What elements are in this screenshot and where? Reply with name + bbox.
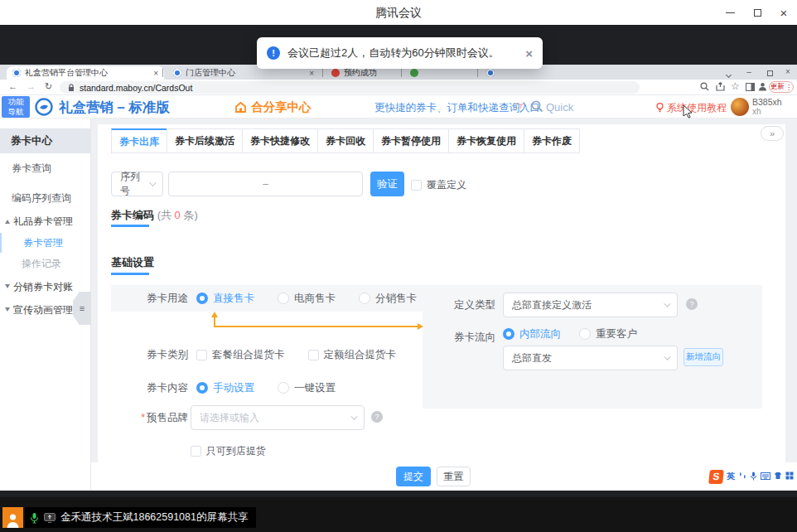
option-label: 重要客户 xyxy=(596,327,637,341)
tab-search-dropdown[interactable] xyxy=(722,70,734,79)
main-area: 券卡中心 券卡查询 编码序列查询 礼品券卡管理 券卡管理 操作记录 分销券卡对账… xyxy=(0,118,797,491)
quick-label[interactable]: Quick xyxy=(546,101,573,114)
category-row: 券卡类别 套餐组合提货卡 定额组合提货卡 xyxy=(111,346,419,363)
brand-select[interactable]: 请选择或输入 xyxy=(191,405,365,430)
browser-minimize-button[interactable]: – xyxy=(743,67,755,76)
flow-label: 券卡流向 xyxy=(423,331,495,345)
ime-keyboard-icon[interactable] xyxy=(761,472,770,481)
kebab-menu-icon: ⋮ xyxy=(785,83,793,91)
minimize-button[interactable] xyxy=(719,5,741,20)
sidebar-collapse-handle[interactable]: ≡ xyxy=(73,292,91,325)
tab-separator xyxy=(401,69,402,77)
tab-title: 门店管理中心 xyxy=(186,67,303,79)
sogou-ime-icon[interactable]: S xyxy=(708,470,724,484)
ime-toolbar: S 英 xyxy=(709,468,797,485)
store-only-label: 只可到店提货 xyxy=(206,444,266,458)
share-status-pill: 金禾通技术王斌18662591081的屏幕共享 xyxy=(25,507,256,528)
tab-card-outbound[interactable]: 券卡出库 xyxy=(111,128,167,153)
help-icon[interactable]: ? xyxy=(686,298,698,310)
user-name: B385xh xh xyxy=(752,98,782,116)
radio-direct-sale[interactable]: 直接售卡 xyxy=(196,292,254,306)
browser-tab-gift-admin[interactable]: 礼盒营销平台管理中心 × xyxy=(7,66,164,80)
store-only-checkbox[interactable]: 只可到店提货 xyxy=(191,444,266,458)
radio-icon xyxy=(278,382,289,394)
side-panel-icon[interactable] xyxy=(746,83,755,93)
sidebar-group-gift-card-mgmt[interactable]: 礼品券卡管理 xyxy=(0,211,91,231)
ime-mic-icon[interactable] xyxy=(750,472,757,482)
radio-distribution-sale[interactable]: 分销售卡 xyxy=(359,292,417,306)
radio-internal-flow[interactable]: 内部流向 xyxy=(503,327,561,341)
checkbox-combo-pickup-card[interactable]: 套餐组合提货卡 xyxy=(196,348,285,362)
radio-one-click-setup[interactable]: 一键设置 xyxy=(278,381,336,395)
zoom-icon[interactable] xyxy=(700,82,709,93)
define-type-select[interactable]: 总部直接定义激活 xyxy=(503,293,678,317)
brand-label: *预售品牌 xyxy=(111,411,188,425)
user-avatar[interactable] xyxy=(731,98,749,116)
overwrite-checkbox[interactable]: 覆盖定义 xyxy=(411,178,466,192)
maximize-icon xyxy=(767,70,773,76)
ime-language-mode[interactable]: 英 xyxy=(727,471,735,482)
forward-icon[interactable]: → xyxy=(27,81,36,91)
sidebar-title: 券卡中心 xyxy=(0,128,91,153)
back-icon[interactable]: ← xyxy=(8,81,17,91)
share-center-link[interactable]: 合分享中心 xyxy=(234,99,312,115)
chevron-down-icon xyxy=(664,300,670,307)
sidebar-item-operation-log[interactable]: 操作记录 xyxy=(0,254,91,273)
basic-underline xyxy=(111,273,149,275)
reset-button[interactable]: 重置 xyxy=(437,467,471,486)
flow-select[interactable]: 总部直发 xyxy=(503,346,678,370)
tab-card-suspend[interactable]: 券卡暂停使用 xyxy=(373,128,449,153)
radio-manual-setup[interactable]: 手动设置 xyxy=(196,381,254,395)
quick-search-icon[interactable] xyxy=(531,100,543,116)
browser-close-button[interactable]: × xyxy=(782,67,794,76)
verify-button[interactable]: 验证 xyxy=(370,172,404,196)
add-flow-button[interactable]: 新增流向 xyxy=(683,348,723,366)
radio-vip-customer[interactable]: 重要客户 xyxy=(579,327,637,341)
profile-icon[interactable] xyxy=(758,82,767,93)
checkbox-icon xyxy=(191,446,201,457)
arrow-right-icon xyxy=(418,323,423,330)
bottom-share-bar: 金禾通技术王斌18662591081的屏幕共享 xyxy=(0,497,797,532)
browser-maximize-button[interactable] xyxy=(764,69,775,78)
browser-update-button[interactable]: 更新 ⋮ xyxy=(769,81,794,93)
serial-type-value: 序列号 xyxy=(120,170,149,198)
tab-favicon xyxy=(410,69,418,77)
serial-type-select[interactable]: 序列号 xyxy=(111,172,163,196)
sidebar-item-code-sequence-query[interactable]: 编码序列查询 xyxy=(0,188,91,208)
serial-number-input[interactable]: – xyxy=(168,172,363,196)
usage-row: 券卡用途 直接售卡 电商售卡 分销售卡 xyxy=(111,285,440,312)
tab-card-recycle[interactable]: 券卡回收 xyxy=(317,128,374,153)
sidebar-group-distribution-reconcile[interactable]: 分销券卡对账 xyxy=(0,277,91,297)
tab-card-activate[interactable]: 券卡后续激活 xyxy=(167,128,243,153)
address-bar[interactable]: standard.maboy.cn/CardsOut xyxy=(60,81,640,94)
sharer-avatar[interactable] xyxy=(2,507,23,528)
close-button[interactable]: × xyxy=(773,5,795,20)
bulb-pin-icon xyxy=(656,103,664,114)
codes-count-suffix: 条) xyxy=(181,209,198,221)
sidebar-item-card-query[interactable]: 券卡查询 xyxy=(0,158,91,178)
radio-icon xyxy=(196,382,208,394)
function-nav-button[interactable]: 功能 导航 xyxy=(2,96,30,118)
submit-button[interactable]: 提交 xyxy=(396,467,431,486)
bookmark-star-icon[interactable]: ☆ xyxy=(731,80,740,92)
expand-panel-button[interactable]: » xyxy=(761,126,784,141)
overwrite-label: 覆盖定义 xyxy=(427,178,466,192)
share-icon[interactable] xyxy=(716,82,725,93)
ime-punctuation-icon[interactable] xyxy=(738,472,746,481)
checkbox-fixed-combo-pickup-card[interactable]: 定额组合提货卡 xyxy=(308,348,397,362)
reload-icon[interactable]: ↻ xyxy=(45,81,52,92)
tab-close-icon[interactable]: × xyxy=(309,69,314,78)
tab-card-resume[interactable]: 券卡恢复使用 xyxy=(448,128,524,153)
ime-skin-icon[interactable] xyxy=(774,472,782,481)
tab-favicon xyxy=(12,69,21,77)
tab-card-void[interactable]: 券卡作废 xyxy=(524,128,580,153)
ime-toolbox-icon[interactable] xyxy=(785,472,794,481)
tab-close-icon[interactable]: × xyxy=(153,69,158,78)
radio-ecommerce-sale[interactable]: 电商售卡 xyxy=(278,292,336,306)
sidebar-item-card-mgmt[interactable]: 券卡管理 xyxy=(0,233,91,253)
tab-card-quick-edit[interactable]: 券卡快捷修改 xyxy=(242,128,318,153)
toast-close-icon[interactable]: × xyxy=(525,46,533,60)
radio-icon xyxy=(196,293,208,304)
help-icon[interactable]: ? xyxy=(371,411,383,423)
maximize-button[interactable] xyxy=(746,5,768,20)
